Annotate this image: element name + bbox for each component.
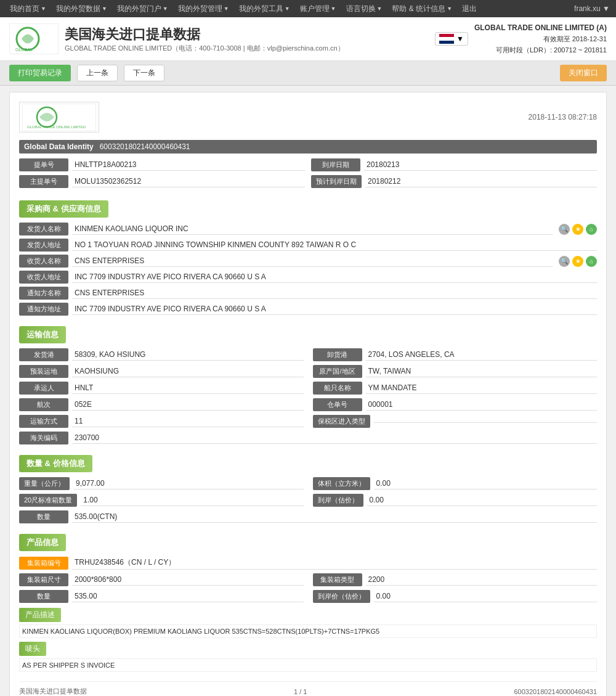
- top-navigation: 我的首页 ▼ 我的外贸数据 ▼ 我的外贸门户 ▼ 我的外贸管理 ▼ 我的外贸工具…: [0, 0, 616, 17]
- page-title: 美国海关进口提单数据: [65, 25, 344, 44]
- departure-port-label: 发货港: [19, 348, 68, 361]
- container-size-row: 集装箱尺寸 2000*806*800: [19, 573, 304, 586]
- notify-name-label: 通知方名称: [19, 287, 68, 300]
- nav-language[interactable]: 语言切换 ▼: [342, 4, 386, 14]
- arrival-date-label: 到岸日期: [311, 158, 360, 171]
- bill-number-value: HNLTTP18A00213: [72, 159, 305, 171]
- sender-star-icon[interactable]: ★: [572, 224, 583, 235]
- quantity-price-section: 数量 & 价格信息 重量（公斤） 9,077.00 体积（立方米） 0.00 2…: [19, 448, 597, 523]
- notify-name-row: 通知方名称 CNS ENTERPRISES: [19, 287, 597, 300]
- weight-value: 9,077.00: [73, 478, 304, 489]
- user-info: frank.xu ▼: [574, 4, 610, 13]
- bonded-zone-label: 保税区进入类型: [313, 415, 370, 428]
- buyer-supplier-header: 采购商 & 供应商信息: [19, 200, 108, 218]
- nav-foreign-trade-manage[interactable]: 我的外贸管理 ▼: [174, 4, 233, 14]
- header-left: GLOBAL 美国海关进口提单数据 GLOBAL TRADE ONLINE LI…: [9, 23, 344, 54]
- receiver-name-row: 收货人名称 CNS ENTERPRISES 🔍 ★ ⌂: [19, 255, 597, 268]
- master-bill-row: 主提单号 MOLU13502362512: [19, 175, 305, 188]
- nav-account[interactable]: 账户管理 ▼: [296, 4, 340, 14]
- container-type-label: 集装箱类型: [313, 573, 362, 586]
- receiver-addr-row: 收货人地址 INC 7709 INDUSTRY AVE PICO RIVERA …: [19, 271, 597, 284]
- qp-arrival-price-label: 到岸（估价）: [313, 494, 363, 507]
- loading-place-row: 预装运地 KAOHSIUNG: [19, 365, 304, 378]
- voyage-label: 航次: [19, 398, 68, 411]
- global-data-identity-row: Global Data Identity 6003201802140000460…: [19, 140, 597, 154]
- nav-foreign-trade-data[interactable]: 我的外贸数据 ▼: [52, 4, 111, 14]
- sender-search-icon[interactable]: 🔍: [559, 224, 570, 235]
- departure-port-value: 58309, KAO HSIUNG: [72, 349, 304, 361]
- customs-code-value: 230700: [72, 432, 597, 444]
- arrival-date-value: 20180213: [364, 159, 597, 171]
- bill-number-row: 提单号 HNLTTP18A00213: [19, 158, 305, 171]
- origin-value: TW, TAIWAN: [366, 366, 598, 377]
- product-desc-content: KINMEN KAOLIANG LIQUOR(BOX) PREMIUM KAOL…: [19, 624, 597, 638]
- next-button[interactable]: 下一条: [124, 65, 164, 81]
- language-selector[interactable]: ▼: [435, 32, 468, 46]
- close-button[interactable]: 关闭窗口: [560, 65, 607, 81]
- top-toolbar: 打印贸易记录 上一条 下一条 关闭窗口: [0, 61, 616, 86]
- estimated-arrival-value: 20180212: [365, 176, 597, 187]
- sender-name-label: 发货人名称: [19, 223, 68, 235]
- product-section: 产品信息 集装箱编号 TRHU2438546（CN / L / CY） 集装箱尺…: [19, 526, 597, 672]
- nav-foreign-trade-tools[interactable]: 我的外贸工具 ▼: [235, 4, 294, 14]
- volume-value: 0.00: [374, 478, 598, 489]
- print-button[interactable]: 打印贸易记录: [9, 65, 71, 81]
- twenty-ft-value: 1.00: [81, 494, 303, 506]
- receiver-name-icons: 🔍 ★ ⌂: [559, 256, 597, 267]
- master-bill-label: 主提单号: [19, 175, 68, 188]
- doc-footer-gdi: 6003201802140000460431: [514, 688, 597, 695]
- receiver-home-icon[interactable]: ⌂: [586, 256, 597, 267]
- receiver-star-icon[interactable]: ★: [572, 256, 583, 267]
- notify-addr-value: INC 7709 INDUSTRY AVE PICO RIVERA CA 906…: [72, 303, 597, 315]
- product-description-box: 产品描述 KINMEN KAOLIANG LIQUOR(BOX) PREMIUM…: [19, 608, 597, 638]
- receiver-addr-value: INC 7709 INDUSTRY AVE PICO RIVERA CA 906…: [72, 271, 597, 283]
- header-subtitle: GLOBAL TRADE ONLINE LIMITED（电话：400-710-3…: [65, 44, 344, 53]
- prev-button[interactable]: 上一条: [77, 65, 118, 81]
- carrier-label: 承运人: [19, 382, 68, 395]
- product-header: 产品信息: [19, 534, 66, 551]
- svg-text:GLOBAL TRADE ONLINE LIMITED: GLOBAL TRADE ONLINE LIMITED: [27, 125, 86, 129]
- arrival-date-row: 到岸日期 20180213: [311, 158, 597, 171]
- bonded-zone-row: 保税区进入类型: [313, 415, 598, 428]
- nav-home[interactable]: 我的首页 ▼: [6, 4, 50, 14]
- expiry-date: 有效期至 2018-12-31: [474, 34, 607, 45]
- voyage-row: 航次 052E: [19, 398, 304, 411]
- bill-number-label: 提单号: [19, 158, 68, 171]
- departure-port-row: 发货港 58309, KAO HSIUNG: [19, 348, 304, 361]
- carrier-row: 承运人 HNLT: [19, 382, 304, 395]
- nav-help[interactable]: 帮助 & 统计信息 ▼: [388, 4, 456, 14]
- product-arrival-price-row: 到岸价（估价） 0.00: [313, 590, 598, 603]
- header-title-section: 美国海关进口提单数据 GLOBAL TRADE ONLINE LIMITED（电…: [65, 25, 344, 53]
- marks-content: AS PER SHIPPER S INVOICE: [19, 658, 597, 672]
- notify-name-value: CNS ENTERPRISES: [72, 287, 597, 299]
- vessel-value: YM MANDATE: [366, 382, 598, 394]
- qp-quantity-value: 535.00(CTN): [72, 511, 597, 523]
- product-desc-header: 产品描述: [19, 608, 61, 622]
- sender-home-icon[interactable]: ⌂: [586, 224, 597, 235]
- document-footer: 美国海关进口提单数据 1 / 1 6003201802140000460431: [19, 681, 597, 696]
- flag-icon: [439, 34, 454, 44]
- sender-addr-row: 发货人地址 NO 1 TAOYUAN ROAD JINNING TOWNSHIP…: [19, 239, 597, 252]
- marks-box: 唛头 AS PER SHIPPER S INVOICE: [19, 638, 597, 672]
- user-account[interactable]: frank.xu ▼: [574, 4, 610, 13]
- container-no-row: 集装箱编号 TRHU2438546（CN / L / CY）: [19, 556, 597, 570]
- nav-foreign-trade-portal[interactable]: 我的外贸门户 ▼: [113, 4, 172, 14]
- top-nav-left: 我的首页 ▼ 我的外贸数据 ▼ 我的外贸门户 ▼ 我的外贸管理 ▼ 我的外贸工具…: [6, 4, 480, 14]
- nav-logout[interactable]: 退出: [458, 4, 480, 14]
- loading-place-value: KAOHSIUNG: [72, 366, 304, 377]
- receiver-search-icon[interactable]: 🔍: [559, 256, 570, 267]
- product-arrival-price-value: 0.00: [374, 591, 598, 602]
- twenty-ft-label: 20尺标准箱数量: [19, 494, 77, 507]
- estimated-arrival-label: 预计到岸日期: [311, 175, 362, 188]
- quantity-price-fields: 重量（公斤） 9,077.00 体积（立方米） 0.00 20尺标准箱数量 1.…: [19, 477, 597, 507]
- weight-row: 重量（公斤） 9,077.00: [19, 477, 304, 490]
- weight-label: 重量（公斤）: [19, 477, 70, 490]
- transport-mode-value: 11: [72, 416, 304, 427]
- document-datetime: 2018-11-13 08:27:18: [529, 113, 597, 121]
- sender-addr-value: NO 1 TAOYUAN ROAD JINNING TOWNSHIP KINME…: [72, 239, 597, 251]
- ldr-range: 可用时段（LDR）: 200712 ~ 201811: [474, 45, 607, 56]
- product-quantity-label: 数量: [19, 590, 68, 603]
- bonded-zone-value: [374, 420, 598, 423]
- product-quantity-row: 数量 535.00: [19, 590, 304, 603]
- warehouse-row: 仓单号 000001: [313, 398, 598, 411]
